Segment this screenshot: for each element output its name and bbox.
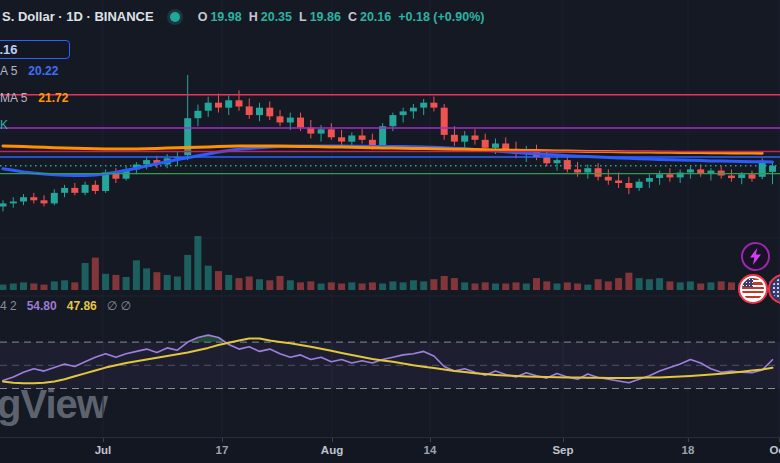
low-value: 19.86 (310, 10, 341, 24)
ma-blue-label: A 5 (0, 64, 17, 78)
high-value: 20.35 (261, 10, 292, 24)
low-label: L (299, 10, 307, 24)
us-events-button[interactable] (738, 274, 768, 304)
rsi-k-value: 54.80 (27, 299, 57, 313)
price-label-badge: 20.16 (0, 40, 70, 59)
us-flag-icon (742, 278, 764, 300)
time-axis[interactable]: Jul17Aug14Sep18Oct (0, 437, 780, 463)
high-label: H (249, 10, 258, 24)
market-status-dot[interactable] (170, 12, 180, 22)
us-flag-icon (772, 278, 780, 300)
rsi-empty-values: ∅ ∅ (107, 299, 131, 313)
time-tick-mark (332, 438, 333, 442)
time-tick-label: 17 (216, 444, 229, 456)
time-tick-mark (103, 438, 104, 442)
legend-row-ma-orange[interactable]: MA 5 21.72 (0, 91, 68, 105)
chart-canvas[interactable] (0, 0, 780, 437)
rsi-d-value: 47.86 (67, 299, 97, 313)
change-value: +0.18 (+0.90%) (398, 10, 484, 24)
ma-orange-value: 21.72 (38, 91, 68, 105)
chart-header: S. Dollar · 1D · BINANCE O19.98 H20.35 L… (2, 9, 484, 24)
rsi-legend-row[interactable]: 4 2 54.80 47.86 ∅ ∅ (0, 299, 131, 313)
lightning-icon (749, 248, 762, 265)
time-tick-mark (430, 438, 431, 442)
open-label: O (198, 10, 208, 24)
time-tick-label: Jul (95, 444, 112, 456)
time-tick-mark (688, 438, 689, 442)
chart-root: gView S. Dollar · 1D · BINANCE O19.98 H2… (0, 0, 780, 463)
time-tick-label: 18 (682, 444, 695, 456)
legend-row-k[interactable]: K (0, 118, 68, 132)
ma-orange-label: MA 5 (0, 91, 27, 105)
rsi-params: 4 2 (0, 299, 17, 313)
ohlc-values: O19.98 H20.35 L19.86 C20.16 +0.18 (+0.90… (198, 10, 485, 24)
time-tick-label: Aug (321, 444, 343, 456)
time-tick-mark (222, 438, 223, 442)
close-value: 20.16 (360, 10, 391, 24)
k-label: K (0, 118, 8, 132)
time-tick-label: Oct (769, 444, 780, 456)
lightning-button[interactable] (741, 242, 770, 271)
time-tick-label: Sep (552, 444, 573, 456)
indicator-legend: A 5 20.22 MA 5 21.72 K (0, 64, 68, 145)
time-tick-mark (563, 438, 564, 442)
ma-blue-value: 20.22 (28, 64, 58, 78)
time-tick-label: 14 (424, 444, 437, 456)
symbol-title[interactable]: S. Dollar · 1D · BINANCE (2, 9, 154, 24)
legend-row-ma-blue[interactable]: A 5 20.22 (0, 64, 68, 78)
open-value: 19.98 (210, 10, 241, 24)
close-label: C (348, 10, 357, 24)
